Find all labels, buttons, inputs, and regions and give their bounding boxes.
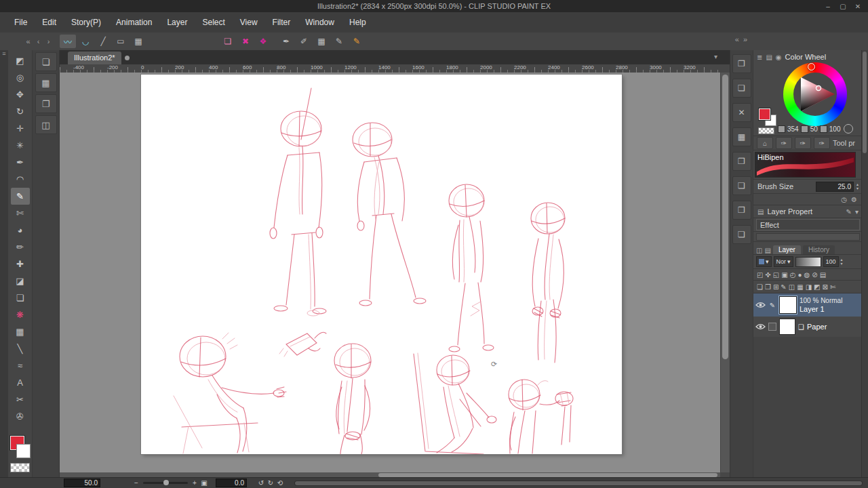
- document-tab[interactable]: Illustration2*: [68, 52, 121, 64]
- rotate-cw-button[interactable]: ↻: [266, 479, 275, 487]
- rotate-ccw-button[interactable]: ↺: [256, 479, 266, 487]
- tab-history[interactable]: History: [803, 245, 835, 254]
- paper-thumbnail[interactable]: [779, 319, 795, 335]
- menu-layer[interactable]: Layer: [159, 12, 195, 33]
- stylus-settings-icon[interactable]: ✎: [331, 35, 347, 48]
- layer-visible-icon[interactable]: [755, 302, 766, 308]
- collapsed-palette-7-icon[interactable]: ❐: [732, 201, 751, 220]
- figure-tool[interactable]: ╲: [11, 340, 30, 357]
- menu-story[interactable]: Story(P): [64, 12, 108, 33]
- panel-scrollbar[interactable]: [861, 50, 868, 478]
- statusbar-scrollbar-thumb[interactable]: [295, 481, 862, 485]
- layer-checkbox[interactable]: [768, 323, 776, 331]
- collapsed-palette-close-icon[interactable]: ✕: [732, 103, 751, 122]
- hand-tool[interactable]: ✥: [11, 86, 30, 103]
- reset-rotation-button[interactable]: ⟲: [275, 479, 285, 487]
- new-layer-icon[interactable]: ❏: [757, 283, 763, 291]
- tab-home-icon[interactable]: ⌂: [757, 137, 773, 149]
- item-bank-palette-icon[interactable]: ◫: [35, 115, 57, 134]
- material-pink-icon[interactable]: ✖: [237, 35, 254, 48]
- clip-layer-icon[interactable]: ◨: [806, 283, 812, 291]
- close-button[interactable]: ✕: [850, 3, 865, 10]
- layer-row-paper[interactable]: ❑ Paper: [753, 317, 863, 337]
- menu-window[interactable]: Window: [298, 12, 342, 33]
- brush-size-spinner[interactable]: ▴ ▾: [856, 182, 859, 190]
- canvas-viewport[interactable]: ⟳: [60, 73, 720, 472]
- layer-thumbnail[interactable]: [779, 296, 797, 314]
- opacity-input[interactable]: 100: [823, 256, 839, 267]
- snap-special-ruler-icon[interactable]: ╱: [95, 35, 111, 48]
- rotation-value[interactable]: 0.0: [216, 479, 247, 487]
- main-color-swatch[interactable]: [759, 108, 770, 120]
- minimize-button[interactable]: –: [821, 3, 835, 10]
- canvas-vertical-scrollbar-thumb[interactable]: [722, 75, 728, 359]
- zoom-in-button[interactable]: +: [190, 479, 199, 487]
- material-magenta-icon[interactable]: ❖: [255, 35, 271, 48]
- layer-icon-4[interactable]: ▣: [781, 271, 787, 279]
- spin-down-icon[interactable]: ▾: [841, 262, 843, 266]
- close-layer-icon[interactable]: ⊠: [823, 283, 828, 291]
- eyedropper-tool[interactable]: ✒: [11, 154, 30, 171]
- color-mix-button[interactable]: [844, 124, 853, 134]
- statusbar-scrollbar[interactable]: [294, 481, 863, 486]
- blend-tool[interactable]: ❏: [11, 289, 30, 306]
- balloon-tool[interactable]: ✂: [11, 391, 30, 408]
- canvas-page[interactable]: [141, 75, 622, 454]
- palette-color-combo[interactable]: ▾: [756, 256, 772, 267]
- fill-tool[interactable]: ❋: [11, 306, 30, 323]
- gradient-tool[interactable]: ▦: [11, 323, 30, 340]
- layer-visible-icon[interactable]: [755, 323, 766, 330]
- operation-tool[interactable]: ✳: [11, 137, 30, 154]
- color-wheel[interactable]: [783, 62, 847, 126]
- menu-select[interactable]: Select: [195, 12, 232, 33]
- move-layer-tool[interactable]: ✛: [11, 120, 30, 137]
- layer-palette-icon-b[interactable]: ▤: [764, 247, 770, 254]
- canvas-vertical-scrollbar[interactable]: [720, 73, 730, 472]
- selection-launcher-icon[interactable]: ▭: [113, 35, 129, 48]
- sv-triangle[interactable]: [783, 62, 847, 126]
- palette-menu-icon[interactable]: ≡: [2, 50, 5, 57]
- menu-animation[interactable]: Animation: [108, 12, 159, 33]
- layer-icon-6[interactable]: ●: [797, 271, 802, 279]
- eraser-tool[interactable]: ◪: [11, 272, 30, 289]
- panel-grid-icon[interactable]: ▤: [766, 54, 772, 61]
- rotate-tool[interactable]: ↻: [11, 103, 30, 120]
- pencil-tool[interactable]: ✄: [11, 205, 30, 222]
- collapsed-palette-6-icon[interactable]: ❏: [732, 176, 751, 195]
- ruler-pen-icon[interactable]: ✐: [296, 35, 312, 48]
- edit-layer-icon[interactable]: ✎: [781, 283, 786, 291]
- lasso-tool[interactable]: ◠: [11, 171, 30, 188]
- fit-to-screen-button[interactable]: ▣: [199, 479, 209, 487]
- zoom-tool[interactable]: ◎: [11, 69, 30, 86]
- layer-row-selected[interactable]: ✎ 100 % Normal Layer 1: [753, 293, 863, 317]
- background-color-swatch[interactable]: [16, 444, 31, 458]
- opacity-spinner[interactable]: ▴ ▾: [841, 258, 843, 266]
- lock-layer-icon[interactable]: ◩: [814, 283, 820, 291]
- spin-down-icon[interactable]: ▾: [856, 186, 859, 190]
- menu-view[interactable]: View: [233, 12, 265, 33]
- detail-settings-icon[interactable]: ⚙: [851, 196, 857, 203]
- tab-brush2-icon[interactable]: ✑: [795, 137, 811, 149]
- dock-collapse-right-icon[interactable]: »: [743, 35, 747, 43]
- zoom-slider[interactable]: [143, 482, 188, 484]
- clip-studio-icon[interactable]: ✎: [349, 35, 365, 48]
- blend-mode-combo[interactable]: Nor ▾: [774, 256, 793, 267]
- brush-tool[interactable]: ◕: [11, 222, 30, 239]
- grid-layer-icon[interactable]: ▦: [797, 283, 803, 291]
- menu-file[interactable]: File: [7, 12, 35, 33]
- zoom-slider-knob[interactable]: [163, 480, 169, 485]
- transparent-chip[interactable]: [758, 127, 774, 134]
- grid-view-icon[interactable]: ▦: [313, 35, 330, 48]
- tab-layer[interactable]: Layer: [773, 245, 801, 254]
- layer-icon-7[interactable]: ◍: [804, 271, 810, 279]
- add-mask-icon[interactable]: ⊞: [773, 283, 778, 291]
- undo-icon[interactable]: ‹: [33, 37, 43, 45]
- menu-filter[interactable]: Filter: [265, 12, 298, 33]
- layer-palette-icon-a[interactable]: ◫: [756, 247, 762, 254]
- collapsed-palette-8-icon[interactable]: ❏: [732, 225, 751, 244]
- tab-brush3-icon[interactable]: ✑: [814, 137, 830, 149]
- panel-menu-icon[interactable]: ≣: [757, 54, 762, 61]
- opacity-gradient-chip[interactable]: [795, 257, 821, 267]
- correct-line-tool[interactable]: ✇: [11, 408, 30, 425]
- material-palette-icon[interactable]: ▦: [35, 73, 57, 92]
